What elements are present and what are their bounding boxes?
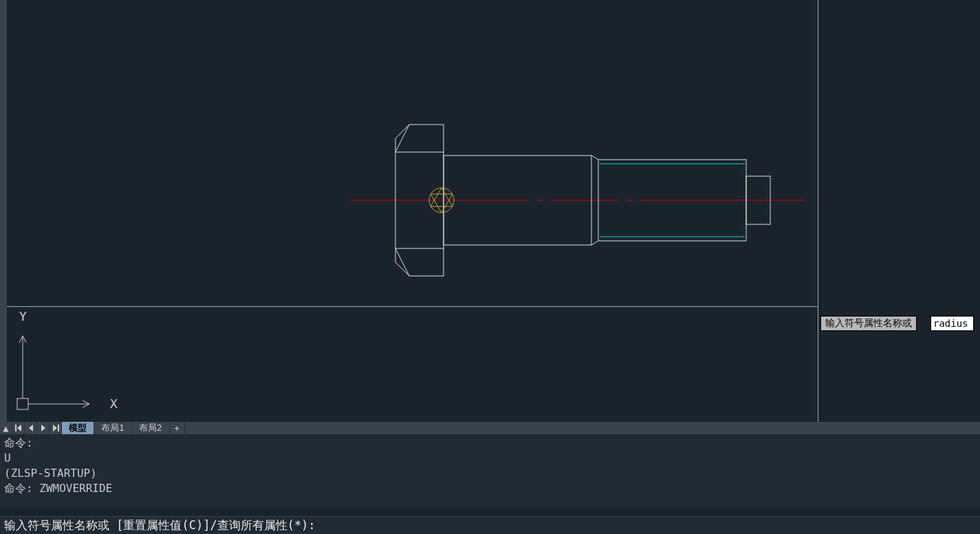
svg-marker-21 (17, 425, 21, 431)
svg-line-10 (591, 156, 598, 160)
drawing-svg (7, 0, 818, 306)
tab-scroll-up[interactable]: ▲ (0, 422, 12, 434)
svg-line-5 (395, 125, 409, 152)
history-line-0: 命令: (4, 436, 33, 449)
svg-marker-23 (41, 425, 45, 431)
left-toolstrip (0, 0, 7, 422)
svg-line-6 (395, 248, 409, 276)
svg-rect-20 (15, 425, 17, 431)
tab-nav-prev[interactable] (25, 422, 37, 434)
layout-tabbar: ▲ 模型 布局1 布局2 + (0, 422, 980, 434)
drawing-canvas[interactable] (7, 0, 818, 306)
tab-model[interactable]: 模型 (62, 422, 94, 434)
tab-add[interactable]: + (170, 422, 185, 434)
y-axis-label: Y (19, 309, 27, 323)
history-line-2: (ZLSP-STARTUP) (4, 467, 97, 480)
history-line-1: U (4, 451, 11, 464)
ucs-viewport[interactable]: X Y (7, 306, 818, 422)
tab-layout1[interactable]: 布局1 (94, 422, 132, 434)
tab-nav-next[interactable] (37, 422, 50, 434)
svg-line-11 (591, 241, 598, 245)
svg-rect-25 (58, 425, 59, 431)
tab-nav-first[interactable] (12, 422, 25, 434)
ucs-icon: X Y (7, 307, 144, 423)
svg-marker-24 (53, 425, 57, 431)
command-input[interactable]: 输入符号属性名称或 [重置属性值(C)]/查询所有属性(*): (0, 516, 980, 534)
command-history: 命令: U (ZLSP-STARTUP) 命令: ZWMOVERRIDE (0, 434, 980, 509)
tab-nav-last[interactable] (50, 422, 62, 434)
cad-root: X Y 输入符号属性名称或 radius ▲ 模型 布局1 布局2 + 命令: … (0, 0, 980, 534)
x-axis-label: X (110, 396, 118, 411)
svg-rect-17 (17, 398, 28, 409)
tab-layout2[interactable]: 布局2 (132, 422, 170, 434)
prompt-tooltip: 输入符号属性名称或 (820, 316, 917, 331)
inline-input[interactable]: radius (930, 316, 974, 331)
history-line-3: 命令: ZWMOVERRIDE (4, 482, 112, 495)
right-panel (818, 0, 980, 422)
svg-marker-22 (29, 425, 33, 431)
